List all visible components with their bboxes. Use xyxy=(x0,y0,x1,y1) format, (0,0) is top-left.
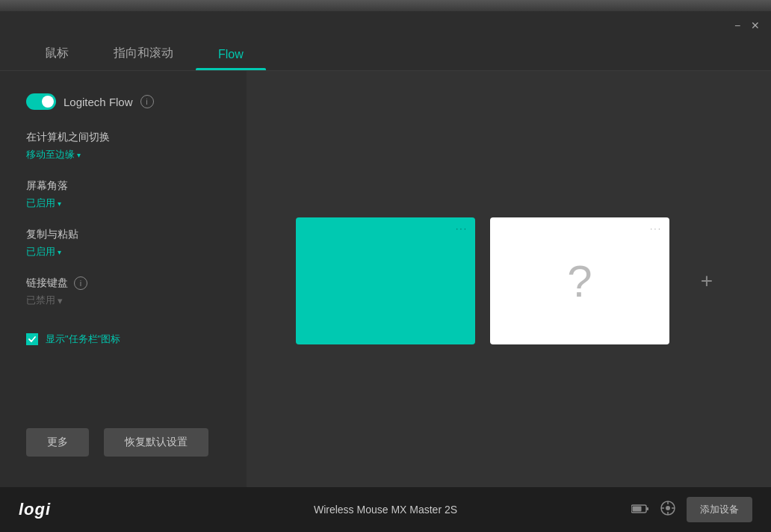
taskbar-checkbox-row: 显示"任务栏"图标 xyxy=(26,332,220,346)
restore-defaults-button[interactable]: 恢复默认设置 xyxy=(104,428,208,457)
keyboard-link-title: 链接键盘 xyxy=(26,276,68,290)
logi-logo: logi xyxy=(19,500,51,519)
taskbar-checkbox[interactable] xyxy=(26,333,38,345)
svg-rect-1 xyxy=(646,507,648,510)
right-panel: ··· ··· ? + xyxy=(247,71,771,491)
add-device-button[interactable]: 添加设备 xyxy=(687,497,752,522)
computers-display: ··· ··· ? + xyxy=(296,217,722,344)
unknown-computer-menu-dots[interactable]: ··· xyxy=(650,223,662,234)
copy-paste-title: 复制与粘贴 xyxy=(26,228,220,241)
taskbar-label[interactable]: 显示"任务栏"图标 xyxy=(46,332,120,346)
logitech-flow-toggle[interactable] xyxy=(26,93,56,110)
keyboard-link-title-row: 链接键盘 i xyxy=(26,276,220,290)
screen-corner-title: 屏幕角落 xyxy=(26,179,220,193)
svg-point-4 xyxy=(666,506,670,510)
tab-flow[interactable]: Flow xyxy=(196,39,266,70)
switch-computers-title: 在计算机之间切换 xyxy=(26,131,220,144)
copy-paste-section: 复制与粘贴 已启用 ▾ xyxy=(26,228,220,259)
logitech-flow-toggle-row: Logitech Flow i xyxy=(26,93,220,110)
tab-mouse[interactable]: 鼠标 xyxy=(22,37,91,70)
chevron-down-icon: ▾ xyxy=(77,151,81,159)
title-bar: − ✕ xyxy=(722,11,771,40)
action-buttons: 更多 恢复默认设置 xyxy=(26,416,220,468)
unknown-computer-question-mark: ? xyxy=(567,256,592,307)
tab-pointing[interactable]: 指向和滚动 xyxy=(91,37,196,70)
active-computer-menu-dots[interactable]: ··· xyxy=(456,223,468,234)
screen-corner-sub[interactable]: 已启用 ▾ xyxy=(26,197,220,210)
tab-bar: 鼠标 指向和滚动 Flow xyxy=(0,11,771,71)
keyboard-link-section: 链接键盘 i 已禁用 ▾ xyxy=(26,276,220,307)
battery-icon xyxy=(631,502,649,518)
screen-corner-section: 屏幕角落 已启用 ▾ xyxy=(26,179,220,210)
copy-paste-sub[interactable]: 已启用 ▾ xyxy=(26,245,220,259)
svg-rect-2 xyxy=(633,506,642,511)
chevron-down-icon: ▾ xyxy=(58,248,61,256)
device-name: Wireless Mouse MX Master 2S xyxy=(314,504,457,516)
logitech-flow-info-icon[interactable]: i xyxy=(140,95,154,108)
switch-computers-sub[interactable]: 移动至边缘 ▾ xyxy=(26,148,220,161)
footer-right: 添加设备 xyxy=(631,497,752,522)
chevron-down-icon: ▾ xyxy=(58,200,61,208)
switch-computers-section: 在计算机之间切换 移动至边缘 ▾ xyxy=(26,131,220,161)
main-content: Logitech Flow i 在计算机之间切换 移动至边缘 ▾ 屏幕角落 已启… xyxy=(0,71,771,491)
left-panel: Logitech Flow i 在计算机之间切换 移动至边缘 ▾ 屏幕角落 已启… xyxy=(0,71,247,491)
app-window: − ✕ 鼠标 指向和滚动 Flow Logitech Flow i 在计算机之间… xyxy=(0,11,771,532)
minimize-button[interactable]: − xyxy=(729,17,746,34)
chevron-down-icon: ▾ xyxy=(58,295,63,306)
settings-icon[interactable] xyxy=(660,501,675,519)
more-button[interactable]: 更多 xyxy=(26,428,89,457)
keyboard-link-sub[interactable]: 已禁用 ▾ xyxy=(26,294,220,307)
unknown-computer-card[interactable]: ··· ? xyxy=(490,217,669,344)
close-button[interactable]: ✕ xyxy=(747,17,764,34)
logitech-flow-label: Logitech Flow xyxy=(64,96,133,108)
add-computer-button[interactable]: + xyxy=(692,266,722,296)
footer: logi Wireless Mouse MX Master 2S xyxy=(0,487,771,532)
background-peek xyxy=(0,0,771,11)
active-computer-card[interactable]: ··· xyxy=(296,217,475,344)
keyboard-link-info-icon[interactable]: i xyxy=(74,276,87,290)
